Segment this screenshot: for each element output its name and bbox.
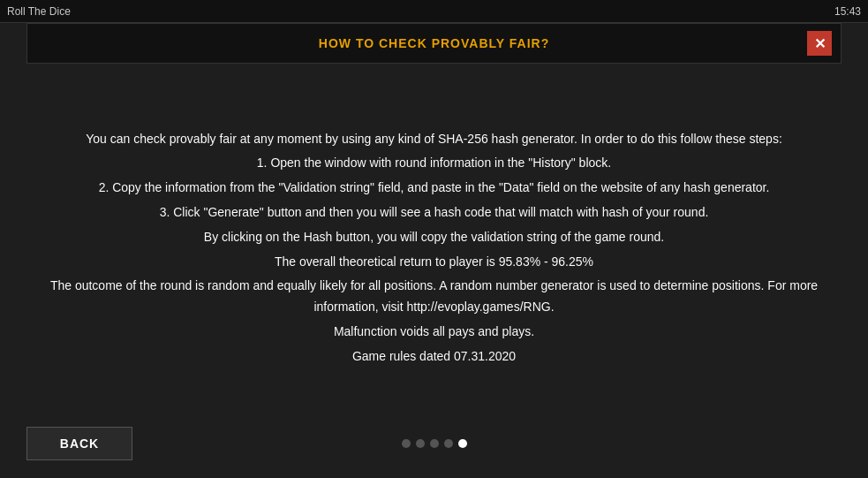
app-title: Roll The Dice [7, 5, 71, 18]
footer: BACK [26, 418, 842, 460]
dot-1 [402, 439, 411, 448]
content-text: You can check provably fair at any momen… [37, 129, 832, 371]
step-3: 3. Click "Generate" button and then you … [37, 202, 832, 224]
paragraph-intro: You can check provably fair at any momen… [37, 129, 832, 150]
line-malfunction: Malfunction voids all pays and plays. [37, 322, 832, 343]
step-2: 2. Copy the information from the "Valida… [37, 178, 832, 199]
dot-5-active [458, 439, 467, 448]
pagination-dots [132, 439, 736, 448]
content-area: You can check provably fair at any momen… [26, 81, 842, 418]
main-container: HOW TO CHECK PROVABLY FAIR? ✕ You can ch… [0, 23, 868, 478]
line-rng: The outcome of the round is random and e… [37, 276, 832, 318]
line-rtp: The overall theoretical return to player… [37, 252, 832, 273]
step-1: 1. Open the window with round informatio… [37, 153, 832, 174]
dot-3 [430, 439, 439, 448]
dot-4 [444, 439, 453, 448]
title-bar: Roll The Dice 15:43 [0, 0, 868, 23]
line-date: Game rules dated 07.31.2020 [37, 346, 832, 368]
close-button[interactable]: ✕ [807, 31, 832, 56]
modal-title: HOW TO CHECK PROVABLY FAIR? [319, 36, 549, 50]
dot-2 [416, 439, 425, 448]
header-bar: HOW TO CHECK PROVABLY FAIR? ✕ [26, 23, 842, 64]
clock: 15:43 [834, 5, 861, 18]
line-hash: By clicking on the Hash button, you will… [37, 227, 832, 248]
back-button[interactable]: BACK [26, 427, 132, 460]
